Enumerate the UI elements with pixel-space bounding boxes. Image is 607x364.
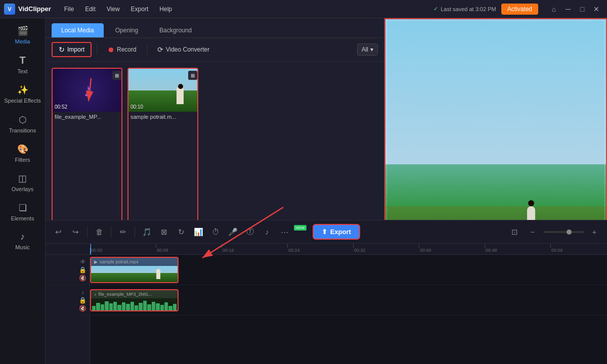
zoom-in-button[interactable]: + [587, 224, 602, 240]
track-label-audio: ♪ 🔒 🔇 [46, 285, 90, 315]
tab-background[interactable]: Background [150, 23, 201, 37]
split-view-button[interactable]: ⊡ [507, 224, 522, 240]
sidebar-item-text[interactable]: T Text [0, 50, 45, 79]
video-mute-icon[interactable]: 🔇 [79, 275, 86, 282]
rotate-button[interactable]: ↻ [174, 224, 189, 240]
maximize-button[interactable]: □ [576, 4, 589, 15]
video-converter-label: Video Converter [166, 46, 210, 53]
tl-sep-2 [111, 226, 111, 238]
video-clip-name: sample potrait.mp4 [100, 259, 139, 264]
logo-icon: V [4, 4, 15, 15]
media-badge-music: ⊞ [112, 71, 121, 80]
zoom-thumb[interactable] [567, 230, 572, 235]
sidebar-item-music[interactable]: ♪ Music [0, 226, 45, 255]
sidebar-label-overlays: Overlays [12, 186, 33, 192]
close-button[interactable]: ✕ [590, 4, 603, 15]
new-badge: NEW [294, 225, 307, 231]
activated-button[interactable]: Activated [501, 4, 538, 15]
sidebar-item-media[interactable]: 🎬 Media [0, 20, 45, 50]
ruler-mark-2: 00:16 [222, 244, 287, 254]
audio-lock-icon[interactable]: 🔒 [79, 297, 86, 304]
delete-button[interactable]: 🗑 [92, 224, 107, 240]
sidebar-label-elements: Elements [11, 215, 34, 221]
redo-button[interactable]: ↪ [68, 224, 83, 240]
bar-chart-button[interactable]: 📊 [191, 224, 206, 240]
timeline-tracks: 👁 🔒 🔇 ♪ 🔒 🔇 ▶ sample potrait [46, 255, 607, 364]
record-button[interactable]: ⏺ Record [102, 43, 142, 56]
import-button[interactable]: ↻ Import [52, 42, 92, 57]
video-converter-button[interactable]: ⟳ Video Converter [152, 43, 215, 56]
menu-edit[interactable]: Edit [80, 4, 101, 15]
export-icon: ⬆ [322, 228, 327, 236]
zoom-bar [543, 231, 584, 233]
audio-waveform [91, 298, 178, 311]
menu-help[interactable]: Help [154, 4, 177, 15]
timer-button[interactable]: ⏱ [208, 224, 223, 240]
sidebar-item-filters[interactable]: 🎨 Filters [0, 139, 45, 168]
sidebar-item-elements[interactable]: ❏ Elements [0, 197, 45, 226]
crop-button[interactable]: ⊠ [156, 224, 171, 240]
more-button[interactable]: ⋯ [277, 224, 292, 240]
wave-bar [164, 302, 168, 311]
ruler-mark-0: 00:00 [90, 244, 156, 254]
media-icon: 🎬 [17, 25, 28, 36]
import-label: Import [67, 46, 84, 53]
wave-bar [135, 305, 138, 311]
home-button[interactable]: ⌂ [547, 4, 560, 15]
wave-bar [122, 302, 125, 311]
audio-button[interactable]: ♪ [259, 224, 275, 240]
toolbar-separator-1 [97, 44, 97, 55]
lock-icon[interactable]: 🔒 [79, 266, 86, 274]
tl-sep-3 [135, 226, 135, 238]
sidebar-item-overlays[interactable]: ◫ Overlays [0, 168, 45, 197]
chevron-down-icon: ▾ [370, 46, 373, 53]
toolbar-separator-2 [147, 44, 147, 55]
wave-bar [152, 302, 155, 311]
wave-bar [117, 305, 121, 311]
tab-local-media[interactable]: Local Media [52, 23, 104, 37]
timeline-area: ↩ ↪ 🗑 ✏ 🎵 ⊠ ↻ 📊 ⏱ 🎤 Ⓣ ♪ ⋯ NEW ⬆ Export ⊡… [46, 220, 607, 364]
undo-button[interactable]: ↩ [51, 224, 66, 240]
audio-track-row: ♪ file_example_MP3_2MG... [90, 285, 607, 315]
wave-bar [126, 304, 129, 311]
menu-export[interactable]: Export [126, 4, 154, 15]
eye-icon[interactable]: 👁 [80, 258, 86, 265]
transitions-icon: ⬡ [19, 114, 27, 125]
menu-view[interactable]: View [102, 4, 125, 15]
ruler-mark-6: 00:48 [485, 244, 550, 254]
sidebar-item-effects[interactable]: ✨ Special Effects [0, 79, 45, 109]
app-logo: V VidClipper [4, 4, 51, 15]
video-clip[interactable]: ▶ sample potrait.mp4 [90, 257, 179, 283]
track-labels: 👁 🔒 🔇 ♪ 🔒 🔇 [46, 255, 90, 364]
audio-track-icon[interactable]: ♪ [81, 289, 84, 296]
wave-bar [92, 306, 96, 311]
media-thumb-music: ♪ ⊞ 00:52 [53, 69, 122, 112]
sidebar-label-filters: Filters [15, 157, 30, 163]
audio-mute-icon[interactable]: 🔇 [79, 305, 86, 312]
audio-clip[interactable]: ♪ file_example_MP3_2MG... [90, 289, 179, 311]
wave-bar [143, 301, 147, 311]
overlays-icon: ◫ [18, 173, 27, 184]
zoom-out-button[interactable]: − [525, 224, 540, 240]
edit-button[interactable]: ✏ [115, 224, 131, 240]
zoom-track[interactable] [543, 231, 584, 233]
tab-opening[interactable]: Opening [106, 23, 148, 37]
wave-bar [96, 303, 100, 311]
wave-bar [101, 304, 104, 311]
filter-label: All [362, 46, 368, 53]
filter-select[interactable]: All ▾ [357, 43, 378, 56]
subtitle-button[interactable]: Ⓣ [242, 224, 257, 240]
music-note-icon: ♪ [83, 80, 93, 101]
elements-icon: ❏ [19, 202, 27, 213]
export-button[interactable]: ⬆ Export [313, 224, 360, 240]
export-label: Export [330, 228, 351, 236]
tab-bar: Local Media Opening Background [46, 18, 384, 38]
mic-button[interactable]: 🎤 [225, 224, 240, 240]
sidebar-item-transitions[interactable]: ⬡ Transitions [0, 109, 45, 139]
audio-clip-icon: ♪ [94, 292, 97, 297]
wave-bar [160, 305, 164, 311]
minimize-button[interactable]: ─ [561, 4, 575, 15]
window-controls: ⌂ ─ □ ✕ [547, 4, 603, 15]
menu-file[interactable]: File [59, 4, 79, 15]
detach-audio-button[interactable]: 🎵 [139, 224, 154, 240]
